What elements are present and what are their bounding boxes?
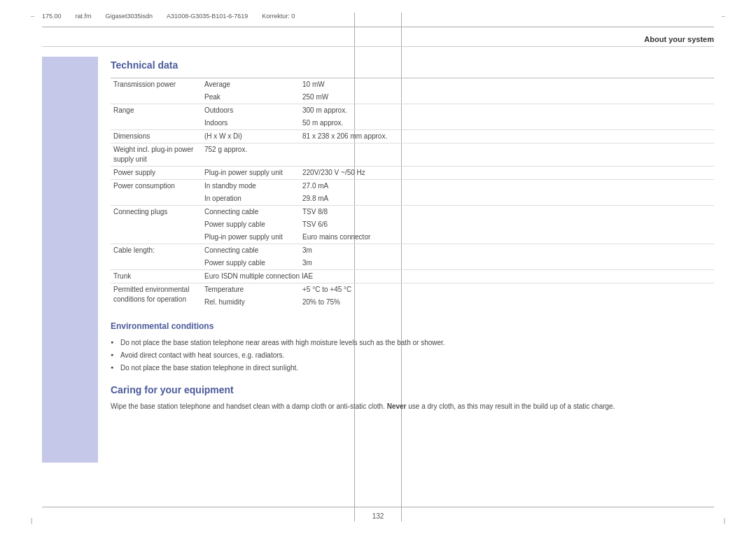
row-sublabel: Connecting cable bbox=[202, 206, 300, 219]
doc-header: 175.00 rat.fm Gigaset3035isdn A31008-G30… bbox=[42, 13, 714, 20]
row-sublabel: Plug-in power supply unit bbox=[202, 231, 300, 244]
row-sublabel: Temperature bbox=[202, 283, 300, 297]
row-label-weight: Weight incl. plug-in power supply unit bbox=[111, 143, 202, 167]
row-value: 220V/230 V ~/50 Hz bbox=[300, 167, 714, 180]
doc-article: A31008-G3035-B101-6-7619 bbox=[167, 13, 248, 20]
row-value: 81 x 238 x 206 mm approx. bbox=[300, 130, 714, 143]
table-row: Indoors 50 m approx. bbox=[111, 117, 714, 130]
doc-model: Gigaset3035isdn bbox=[106, 13, 153, 20]
row-label-transmission: Transmission power bbox=[111, 78, 202, 104]
table-row: Power supply Plug-in power supply unit 2… bbox=[111, 167, 714, 180]
technical-data-table: Transmission power Average 10 mW Peak 25… bbox=[111, 78, 714, 309]
page-container: _ _ | | 175.00 rat.fm Gigaset3035isdn A3… bbox=[0, 0, 756, 534]
list-item: Do not place the base station telephone … bbox=[111, 337, 714, 349]
sidebar-blue bbox=[42, 57, 98, 463]
row-label-range: Range bbox=[111, 104, 202, 130]
corner-mark-tl: _ bbox=[31, 10, 34, 17]
page-number: 132 bbox=[0, 512, 756, 520]
row-sublabel: Indoors bbox=[202, 117, 300, 130]
row-value: 250 mW bbox=[300, 91, 714, 104]
row-sublabel: Connecting cable bbox=[202, 244, 300, 258]
row-value: TSV 6/6 bbox=[300, 218, 714, 231]
table-row: Power supply cable TSV 6/6 bbox=[111, 218, 714, 231]
row-value-trunk: Euro ISDN multiple connection IAE bbox=[202, 270, 714, 283]
table-row: Weight incl. plug-in power supply unit 7… bbox=[111, 143, 714, 167]
doc-korrektur: Korrektur: 0 bbox=[262, 13, 295, 20]
table-row: Power supply cable 3m bbox=[111, 257, 714, 270]
table-row: Dimensions (H x W x Di) 81 x 238 x 206 m… bbox=[111, 130, 714, 143]
row-label-cable-length: Cable length: bbox=[111, 244, 202, 270]
row-sublabel: In operation bbox=[202, 192, 300, 206]
caring-heading: Caring for your equipment bbox=[111, 384, 714, 395]
table-row: Rel. humidity 20% to 75% bbox=[111, 296, 714, 309]
row-sublabel: In standby mode bbox=[202, 180, 300, 193]
row-value: 10 mW bbox=[300, 78, 714, 92]
caring-text: Wipe the base station telephone and hand… bbox=[111, 401, 714, 412]
row-label-power-consumption: Power consumption bbox=[111, 180, 202, 206]
row-sublabel: 752 g approx. bbox=[202, 143, 300, 167]
environmental-heading: Environmental conditions bbox=[111, 321, 714, 331]
row-sublabel: Peak bbox=[202, 91, 300, 104]
row-value: +5 °C to +45 °C bbox=[300, 283, 714, 297]
row-label-power-supply: Power supply bbox=[111, 167, 202, 180]
row-value: Euro mains connector bbox=[300, 231, 714, 244]
row-label-permitted-env: Permitted environmental conditions for o… bbox=[111, 283, 202, 309]
row-value: 29.8 mA bbox=[300, 192, 714, 206]
row-value: 20% to 75% bbox=[300, 296, 714, 309]
top-line bbox=[42, 27, 714, 27]
table-row: Peak 250 mW bbox=[111, 91, 714, 104]
main-content: Technical data Transmission power Averag… bbox=[98, 57, 714, 463]
caring-bold-word: Never bbox=[387, 402, 407, 410]
table-row: In operation 29.8 mA bbox=[111, 192, 714, 206]
doc-ref-number: 175.00 bbox=[42, 13, 62, 20]
row-sublabel: Rel. humidity bbox=[202, 296, 300, 309]
table-row: Plug-in power supply unit Euro mains con… bbox=[111, 231, 714, 244]
bottom-line bbox=[42, 507, 714, 507]
row-value: TSV 8/8 bbox=[300, 206, 714, 219]
row-sublabel: Power supply cable bbox=[202, 257, 300, 270]
row-value: 50 m approx. bbox=[300, 117, 714, 130]
row-sublabel: Average bbox=[202, 78, 300, 92]
list-item: Avoid direct contact with heat sources, … bbox=[111, 349, 714, 362]
page-title: About your system bbox=[42, 35, 714, 47]
doc-source: rat.fm bbox=[76, 13, 92, 20]
table-row: Permitted environmental conditions for o… bbox=[111, 283, 714, 297]
row-sublabel: Outdoors bbox=[202, 104, 300, 118]
doc-header-left: 175.00 rat.fm Gigaset3035isdn A31008-G30… bbox=[42, 13, 295, 20]
environmental-bullets: Do not place the base station telephone … bbox=[111, 337, 714, 374]
row-label-dimensions: Dimensions bbox=[111, 130, 202, 143]
table-row: Power consumption In standby mode 27.0 m… bbox=[111, 180, 714, 193]
table-row: Cable length: Connecting cable 3m bbox=[111, 244, 714, 258]
row-value: 3m bbox=[300, 244, 714, 258]
row-value bbox=[300, 143, 714, 167]
table-row: Transmission power Average 10 mW bbox=[111, 78, 714, 92]
row-value: 27.0 mA bbox=[300, 180, 714, 193]
technical-data-heading: Technical data bbox=[111, 59, 714, 71]
caring-text-after: use a dry cloth, as this may result in t… bbox=[407, 402, 615, 410]
table-row: Connecting plugs Connecting cable TSV 8/… bbox=[111, 206, 714, 219]
list-item: Do not place the base station telephone … bbox=[111, 362, 714, 374]
table-row: Range Outdoors 300 m approx. bbox=[111, 104, 714, 118]
main-layout: Technical data Transmission power Averag… bbox=[42, 57, 714, 463]
corner-mark-tr: _ bbox=[722, 10, 725, 17]
row-value: 300 m approx. bbox=[300, 104, 714, 118]
content-area: About your system Technical data Transmi… bbox=[42, 35, 714, 499]
caring-text-before: Wipe the base station telephone and hand… bbox=[111, 402, 387, 410]
row-value: 3m bbox=[300, 257, 714, 270]
row-sublabel: Plug-in power supply unit bbox=[202, 167, 300, 180]
row-label-connecting-plugs: Connecting plugs bbox=[111, 206, 202, 244]
table-row: Trunk Euro ISDN multiple connection IAE bbox=[111, 270, 714, 283]
row-label-trunk: Trunk bbox=[111, 270, 202, 283]
row-sublabel: Power supply cable bbox=[202, 218, 300, 231]
row-sublabel: (H x W x Di) bbox=[202, 130, 300, 143]
